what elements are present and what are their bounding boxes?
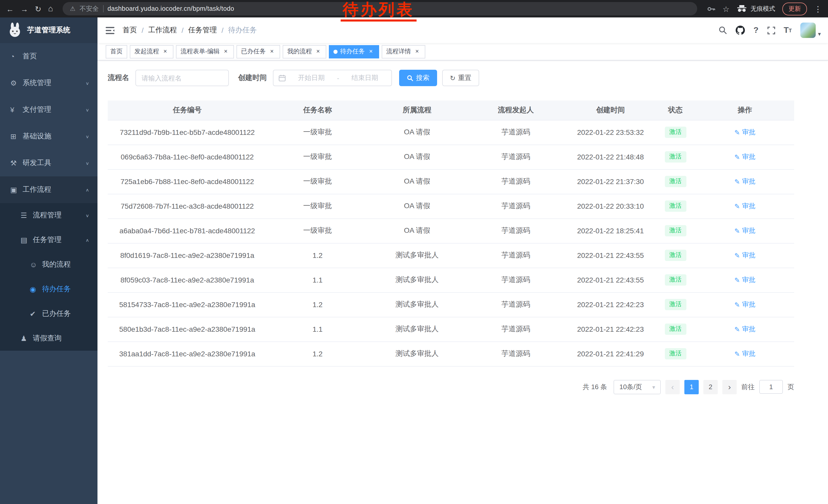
page-size-select[interactable]: 10条/页	[614, 380, 661, 394]
cell-task-id: 73211d9d-7b9b-11ec-b5b7-acde48001122	[108, 120, 267, 145]
tab[interactable]: 流程详情	[382, 45, 425, 58]
page-number-button[interactable]: 1	[685, 380, 699, 394]
create-time-label: 创建时间	[238, 73, 267, 83]
url-text: dashboard.yudao.iocoder.cn/bpm/task/todo	[108, 5, 234, 12]
approve-link[interactable]: 审批	[734, 226, 755, 235]
tab[interactable]: 已办任务	[237, 45, 280, 58]
sidebar-menu-item[interactable]: ▤ 任务管理 ∧	[0, 228, 97, 252]
refresh-icon	[450, 74, 456, 82]
help-icon[interactable]	[754, 26, 759, 35]
close-icon[interactable]	[413, 48, 421, 55]
cell-process: OA 请假	[368, 194, 466, 218]
browser-home-icon[interactable]	[48, 5, 53, 13]
menu-item-icon: ◉	[30, 285, 42, 293]
search-button[interactable]: 搜索	[399, 70, 437, 86]
fullscreen-icon[interactable]	[767, 27, 775, 34]
process-name-input[interactable]	[135, 70, 229, 86]
reset-button[interactable]: 重置	[442, 70, 479, 86]
table-column-header: 任务名称	[267, 100, 368, 120]
cell-created-time: 2022-01-22 20:33:10	[566, 194, 655, 218]
sidebar-menu-item[interactable]: ☺ 我的流程	[0, 252, 97, 277]
breadcrumb-item[interactable]: 首页	[123, 26, 143, 35]
approve-link-label: 审批	[742, 152, 755, 162]
approve-link[interactable]: 审批	[734, 300, 755, 309]
close-icon[interactable]	[367, 48, 374, 55]
sidebar-menu-item[interactable]: ⚒ 研发工具 ∨	[0, 150, 97, 176]
approve-link[interactable]: 审批	[734, 349, 755, 358]
security-label: 不安全	[80, 4, 99, 13]
app-logo[interactable]: 芋道管理系统	[0, 17, 97, 43]
sidebar-toggle-button[interactable]	[106, 27, 114, 34]
table-row: 8f059c03-7ac8-11ec-a9e2-a2380e71991a 1.1…	[108, 268, 794, 292]
menu-item-icon: ▤	[20, 236, 33, 244]
sidebar-menu-item[interactable]: ✔ 已办任务	[0, 302, 97, 326]
approve-link[interactable]: 审批	[734, 275, 755, 284]
browser-reload-icon[interactable]	[35, 5, 41, 12]
sidebar-menu-item[interactable]: ⚙ 系统管理 ∨	[0, 70, 97, 96]
browser-back-icon[interactable]	[6, 5, 14, 12]
header-search-icon[interactable]	[719, 26, 727, 34]
approve-link-label: 审批	[742, 226, 755, 235]
breadcrumb-item[interactable]: 任务管理	[188, 26, 224, 35]
create-time-range-picker[interactable]: 开始日期 - 结束日期	[273, 70, 392, 86]
status-badge: 激活	[665, 348, 686, 359]
menu-item-label: 请假查询	[33, 334, 89, 343]
close-icon[interactable]	[222, 48, 229, 55]
user-menu[interactable]	[800, 22, 821, 38]
cell-initiator: 芋道源码	[466, 243, 566, 268]
total-count: 共 16 条	[583, 382, 607, 392]
edit-icon	[734, 301, 740, 308]
approve-link[interactable]: 审批	[734, 177, 755, 186]
breadcrumb-label: 任务管理	[188, 26, 217, 35]
table-column-header: 状态	[655, 100, 696, 120]
menu-item-icon: ⊞	[10, 132, 23, 140]
cell-created-time: 2022-01-22 21:48:48	[566, 145, 655, 169]
github-icon[interactable]	[736, 26, 745, 35]
goto-page-input[interactable]	[759, 380, 783, 394]
tab[interactable]: 首页	[106, 45, 127, 58]
tab[interactable]: 待办任务	[329, 45, 379, 58]
approve-link[interactable]: 审批	[734, 128, 755, 137]
page-number-button[interactable]: 2	[703, 380, 718, 394]
key-icon[interactable]	[707, 4, 715, 13]
table-row: 75d72608-7b7f-11ec-a3c8-acde48001122 一级审…	[108, 194, 794, 218]
end-date-placeholder[interactable]: 结束日期	[343, 73, 386, 83]
next-page-button[interactable]	[722, 380, 737, 394]
approve-link[interactable]: 审批	[734, 325, 755, 334]
user-avatar	[800, 22, 816, 38]
tab[interactable]: 发起流程	[130, 45, 173, 58]
close-icon[interactable]	[315, 48, 322, 55]
tab[interactable]: 流程表单-编辑	[176, 45, 234, 58]
prev-page-button[interactable]	[665, 380, 680, 394]
approve-link[interactable]: 审批	[734, 201, 755, 211]
cell-task-id: 381aa1dd-7ac8-11ec-a9e2-a2380e71991a	[108, 341, 267, 366]
sidebar-menu-item[interactable]: ▣ 工作流程 ∧	[0, 176, 97, 203]
breadcrumb-item[interactable]: 工作流程	[148, 26, 184, 35]
table-row: 58154733-7ac8-11ec-a9e2-a2380e71991a 1.2…	[108, 292, 794, 317]
menu-item-icon: ⚙	[10, 79, 23, 87]
tab[interactable]: 我的流程	[283, 45, 326, 58]
browser-forward-icon[interactable]	[20, 5, 28, 12]
close-icon[interactable]	[268, 48, 276, 55]
approve-link[interactable]: 审批	[734, 251, 755, 260]
approve-link[interactable]: 审批	[734, 152, 755, 162]
browser-menu-icon[interactable]	[814, 5, 822, 12]
sidebar-menu-item[interactable]: ♟ 请假查询	[0, 326, 97, 351]
sidebar-menu-item[interactable]: ☰ 流程管理 ∨	[0, 203, 97, 228]
chevron-icon: ∧	[85, 238, 89, 242]
start-date-placeholder[interactable]: 开始日期	[290, 73, 333, 83]
sidebar-menu-item[interactable]: ⊞ 基础设施 ∨	[0, 123, 97, 150]
tab-label: 发起流程	[134, 47, 159, 56]
cell-initiator: 芋道源码	[466, 145, 566, 169]
font-size-icon[interactable]	[784, 26, 792, 35]
chevron-icon: ∨	[85, 81, 89, 86]
sidebar-menu-item[interactable]: ¥ 支付管理 ∨	[0, 96, 97, 123]
breadcrumb-item[interactable]: 待办任务	[228, 26, 257, 35]
update-chip[interactable]: 更新	[782, 2, 807, 15]
close-icon[interactable]	[162, 48, 169, 55]
bookmark-star-icon[interactable]	[722, 5, 730, 12]
approve-link-label: 审批	[742, 300, 755, 309]
sidebar-menu-item[interactable]: ◔ 首页	[0, 43, 97, 70]
sidebar-menu-item[interactable]: ◉ 待办任务	[0, 277, 97, 302]
cell-task-id: 58154733-7ac8-11ec-a9e2-a2380e71991a	[108, 292, 267, 317]
